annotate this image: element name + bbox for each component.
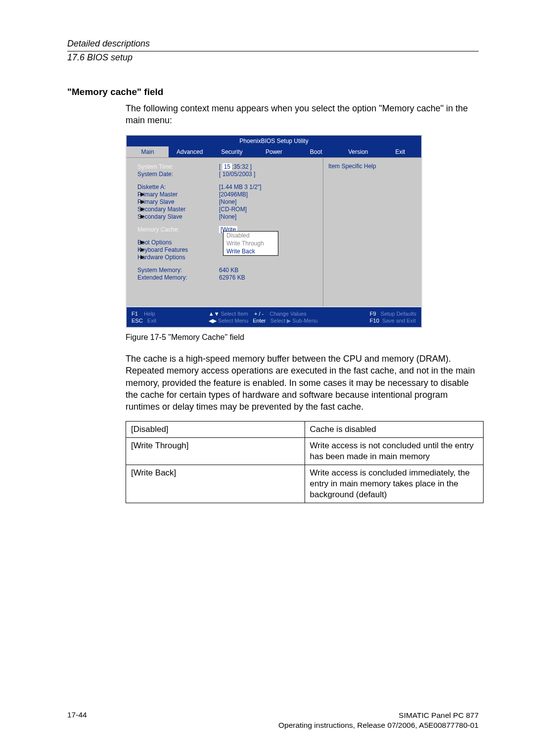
bios-tab-boot[interactable]: Boot — [295, 146, 337, 157]
bios-row-secondary-slave[interactable]: ▶ Secondary Slave [None] — [137, 213, 318, 220]
bios-tabs: Main Advanced Security Power Boot Versio… — [126, 146, 422, 157]
bios-tab-exit[interactable]: Exit — [379, 146, 421, 157]
bios-value: [None] — [219, 198, 236, 205]
header-subsection: 17.6 BIOS setup — [67, 52, 479, 63]
submenu-arrow-icon: ▶ — [140, 254, 144, 260]
bios-row-extended-memory: Extended Memory: 62976 KB — [137, 274, 318, 281]
bios-tab-power[interactable]: Power — [253, 146, 295, 157]
bios-value: 62976 KB — [219, 274, 245, 281]
bios-window-title: PhoenixBIOS Setup Utility — [126, 135, 422, 146]
cache-options-table: [Disabled] Cache is disabled [Write Thro… — [126, 421, 484, 504]
bios-value: 640 KB — [219, 267, 238, 274]
bios-label: Diskette A: — [137, 184, 219, 190]
bios-footer-right: F9 Setup Defaults F10 Save and Exit — [370, 310, 416, 325]
bios-label: Primary Master — [137, 191, 219, 198]
bios-screenshot: PhoenixBIOS Setup Utility Main Advanced … — [126, 135, 479, 329]
bios-row-primary-slave[interactable]: ▶ Primary Slave [None] — [137, 198, 318, 205]
bios-value: [CD-ROM] — [219, 206, 247, 213]
submenu-arrow-icon: ▶ — [140, 191, 144, 197]
table-cell-key: [Disabled] — [126, 421, 305, 437]
bios-value: [None] — [219, 213, 236, 220]
cache-option-write-through[interactable]: Write Through — [223, 239, 278, 247]
table-row: [Write Back] Write access is concluded i… — [126, 465, 484, 503]
submenu-arrow-icon: ▶ — [140, 239, 144, 245]
table-cell-val: Cache is disabled — [305, 421, 484, 437]
table-cell-key: [Write Through] — [126, 437, 305, 465]
table-row: [Write Through] Write access is not conc… — [126, 437, 484, 465]
bios-tab-advanced[interactable]: Advanced — [169, 146, 211, 157]
bios-label: Secondary Slave — [137, 213, 219, 220]
submenu-arrow-icon: ▶ — [140, 213, 144, 220]
bios-help-panel: Item Specific Help — [323, 158, 421, 306]
bios-label: Hardware Options — [137, 254, 219, 261]
cache-option-disabled[interactable]: Disabled — [223, 232, 278, 239]
submenu-arrow-icon: ▶ — [140, 198, 144, 205]
memory-cache-context-menu: Disabled Write Through Write Back — [223, 231, 278, 256]
bios-value: [1.44 MB 3 1/2"] — [219, 184, 262, 190]
bios-row-primary-master[interactable]: ▶ Primary Master [20496MB] — [137, 191, 318, 198]
bios-main-panel: System Time: [ 15:35:32 ] System Date: [… — [127, 158, 323, 306]
bios-row-system-memory: System Memory: 640 KB — [137, 267, 318, 274]
page-footer: 17-44 SIMATIC Panel PC 877 Operating ins… — [67, 710, 479, 730]
table-cell-key: [Write Back] — [126, 465, 305, 503]
bios-footer-left: F1 Help ESC Exit — [132, 310, 156, 325]
bios-label: Keyboard Features — [137, 246, 219, 253]
bios-tab-version[interactable]: Version — [337, 146, 379, 157]
bios-label: System Date: — [137, 171, 219, 178]
bios-value: [ 15:35:32 ] — [219, 163, 252, 170]
cache-option-write-back[interactable]: Write Back — [223, 247, 278, 255]
intro-paragraph: The following context menu appears when … — [126, 102, 479, 127]
submenu-arrow-icon: ▶ — [140, 206, 144, 212]
bios-value: [ 10/05/2003 ] — [219, 171, 255, 178]
bios-footer: F1 Help ESC Exit ▲▼ Select Item + / - Ch… — [126, 307, 422, 329]
bios-time-hh[interactable]: 15 — [222, 163, 232, 170]
bios-row-secondary-master[interactable]: ▶ Secondary Master [CD-ROM] — [137, 206, 318, 213]
bios-row-system-time: System Time: [ 15:35:32 ] — [137, 163, 318, 170]
header-rule — [67, 51, 479, 51]
bios-label: Primary Slave — [137, 198, 219, 205]
section-title: "Memory cache" field — [67, 87, 479, 97]
submenu-arrow-icon: ▶ — [140, 246, 144, 253]
bios-tab-main[interactable]: Main — [127, 146, 169, 157]
body-paragraph: The cache is a high-speed memory buffer … — [126, 353, 479, 413]
figure-caption: Figure 17-5 "Memory Cache" field — [126, 333, 479, 342]
bios-label: System Memory: — [137, 267, 219, 274]
bios-value: [20496MB] — [219, 191, 248, 198]
bios-label: Boot Options — [137, 239, 219, 246]
table-row: [Disabled] Cache is disabled — [126, 421, 484, 437]
page-number: 17-44 — [67, 710, 87, 719]
bios-row-diskette: Diskette A: [1.44 MB 3 1/2"] — [137, 184, 318, 190]
footer-text: SIMATIC Panel PC 877 Operating instructi… — [278, 710, 479, 730]
bios-label: Extended Memory: — [137, 274, 219, 281]
bios-label: System Time: — [137, 163, 219, 170]
bios-label: Secondary Master — [137, 206, 219, 213]
header-section: Detailed descriptions — [67, 39, 479, 49]
bios-help-title: Item Specific Help — [328, 163, 416, 170]
table-cell-val: Write access is not concluded until the … — [305, 437, 484, 465]
page-header: Detailed descriptions 17.6 BIOS setup — [67, 39, 479, 63]
bios-footer-mid: ▲▼ Select Item + / - Change Values ◀▶ Se… — [209, 310, 317, 325]
bios-tab-security[interactable]: Security — [211, 146, 253, 157]
bios-row-system-date: System Date: [ 10/05/2003 ] — [137, 171, 318, 178]
bios-label: Memory Cache: — [137, 226, 219, 233]
table-cell-val: Write access is concluded immediately, t… — [305, 465, 484, 503]
